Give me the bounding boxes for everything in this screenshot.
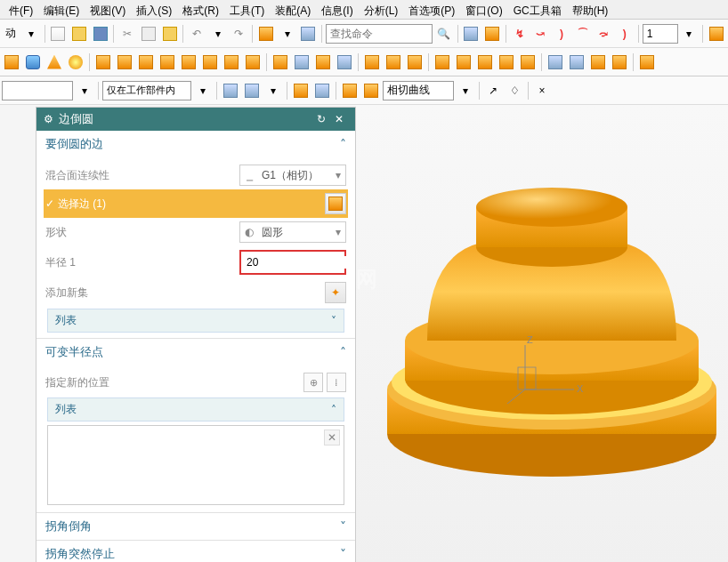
menu-prefs[interactable]: 首选项(P) xyxy=(403,2,460,17)
feat-8[interactable] xyxy=(243,52,263,72)
tool-b[interactable] xyxy=(482,24,502,44)
curve-dropdown[interactable] xyxy=(383,81,454,100)
feat-21[interactable] xyxy=(546,52,565,72)
menu-insert[interactable]: 插入(S) xyxy=(131,2,177,17)
save-button[interactable] xyxy=(91,24,110,44)
paste-button[interactable] xyxy=(160,24,180,44)
cut-button[interactable]: ✂ xyxy=(117,24,137,44)
feat-22[interactable] xyxy=(567,52,586,72)
tool-c[interactable] xyxy=(707,24,726,44)
num-input[interactable] xyxy=(643,24,678,44)
feat-11[interactable] xyxy=(313,52,333,72)
section-corner-header[interactable]: 拐角倒角 ˅ xyxy=(36,513,355,540)
menu-gctools[interactable]: GC工具箱 xyxy=(508,2,567,17)
filter-5[interactable] xyxy=(340,81,360,100)
list-clear-button[interactable]: ✕ xyxy=(324,430,340,446)
feat-18[interactable] xyxy=(475,52,495,72)
feat-15[interactable] xyxy=(405,52,425,72)
gear-icon[interactable]: ⚙ xyxy=(44,113,53,125)
select-edge-button[interactable] xyxy=(325,193,346,214)
feat-16[interactable] xyxy=(433,52,452,72)
feat-25[interactable] xyxy=(637,52,657,72)
curve-1[interactable]: ↯ xyxy=(510,24,530,44)
reset-button[interactable]: ↻ xyxy=(312,113,330,125)
prim-cone[interactable] xyxy=(44,52,64,72)
3d-viewport[interactable]: 网 xyxy=(356,105,728,562)
feat-13[interactable] xyxy=(362,52,382,72)
filter-2-arrow[interactable]: ▾ xyxy=(263,81,283,100)
filter-3[interactable] xyxy=(291,81,311,100)
command-search-input[interactable] xyxy=(326,24,433,44)
filter-2[interactable] xyxy=(242,81,262,100)
menu-view[interactable]: 视图(V) xyxy=(85,2,131,17)
feat-23[interactable] xyxy=(588,52,608,72)
radius-input[interactable] xyxy=(241,256,355,269)
prop-button[interactable] xyxy=(298,24,318,44)
close-button[interactable]: ✕ xyxy=(330,113,348,125)
dd1-arrow[interactable]: ▾ xyxy=(75,81,94,100)
feat-4[interactable] xyxy=(158,52,177,72)
prim-cyl[interactable] xyxy=(23,52,43,72)
assy-dropdown[interactable]: ▾ xyxy=(278,24,297,44)
menu-format[interactable]: 格式(R) xyxy=(177,2,224,17)
search-button[interactable]: 🔍 xyxy=(434,24,454,44)
continuity-dropdown[interactable]: ⎯ G1（相切） ▾ xyxy=(239,165,346,186)
undo-button[interactable]: ↶ xyxy=(187,24,206,44)
curve-arrow[interactable]: ▾ xyxy=(456,81,475,100)
menu-tools[interactable]: 工具(T) xyxy=(224,2,270,17)
feat-20[interactable] xyxy=(518,52,538,72)
list-subheader[interactable]: 列表 ˅ xyxy=(47,309,344,333)
curve-4[interactable]: ⌒ xyxy=(573,24,593,44)
scope-arrow[interactable]: ▾ xyxy=(193,81,213,100)
feat-5[interactable] xyxy=(179,52,198,72)
opt-1[interactable]: ↗ xyxy=(483,81,503,100)
feat-7[interactable] xyxy=(222,52,241,72)
feat-14[interactable] xyxy=(384,52,403,72)
assy-button[interactable] xyxy=(256,24,276,44)
curve-3[interactable]: ) xyxy=(552,24,571,44)
opt-2[interactable]: ♢ xyxy=(505,81,524,100)
menu-help[interactable]: 帮助(H) xyxy=(567,2,614,17)
feat-17[interactable] xyxy=(454,52,473,72)
copy-button[interactable] xyxy=(139,24,158,44)
feat-6[interactable] xyxy=(200,52,220,72)
menu-analyze[interactable]: 分析(L) xyxy=(359,2,404,17)
redo-button[interactable]: ↷ xyxy=(230,24,249,44)
num-dropdown[interactable]: ▾ xyxy=(680,24,700,44)
list-area[interactable]: ✕ xyxy=(47,425,344,505)
feat-12[interactable] xyxy=(335,52,354,72)
addset-button[interactable]: ✦ xyxy=(325,282,346,303)
feat-1[interactable] xyxy=(93,52,113,72)
feat-9[interactable] xyxy=(271,52,290,72)
dropdown-1[interactable] xyxy=(2,81,73,100)
menu-info[interactable]: 信息(I) xyxy=(316,2,358,17)
tool-a[interactable] xyxy=(462,24,481,44)
menu-assembly[interactable]: 装配(A) xyxy=(270,2,316,17)
section-edges-header[interactable]: 要倒圆的边 ˄ xyxy=(36,131,355,157)
section-stop-header[interactable]: 拐角突然停止 ˅ xyxy=(36,541,355,562)
feat-19[interactable] xyxy=(497,52,516,72)
curve-2[interactable]: ⤻ xyxy=(531,24,551,44)
move-dropdown[interactable]: ▾ xyxy=(21,24,41,44)
panel-titlebar[interactable]: ⚙ 边倒圆 ↻ ✕ xyxy=(36,108,355,131)
menu-edit[interactable]: 编辑(E) xyxy=(38,2,85,17)
curve-5[interactable]: ⤼ xyxy=(594,24,613,44)
open-button[interactable] xyxy=(69,24,89,44)
scope-dropdown[interactable] xyxy=(102,81,191,100)
pointloc-btn-2[interactable]: ⁞ xyxy=(327,373,346,392)
undo-dropdown[interactable]: ▾ xyxy=(208,24,228,44)
pointloc-btn-1[interactable]: ⊕ xyxy=(303,373,323,392)
feat-10[interactable] xyxy=(292,52,311,72)
opt-3[interactable]: × xyxy=(532,81,552,100)
filter-4[interactable] xyxy=(312,81,332,100)
prim-sph[interactable] xyxy=(66,52,85,72)
filter-6[interactable] xyxy=(361,81,381,100)
prim-cube[interactable] xyxy=(2,52,21,72)
shape-dropdown[interactable]: ◐ 圆形 ▾ xyxy=(239,221,346,243)
select-edge-row[interactable]: ✓ 选择边 (1) xyxy=(44,189,348,218)
feat-24[interactable] xyxy=(610,52,629,72)
feat-3[interactable] xyxy=(136,52,156,72)
curve-6[interactable]: ) xyxy=(615,24,635,44)
menu-file[interactable]: 件(F) xyxy=(4,2,38,17)
feat-2[interactable] xyxy=(115,52,134,72)
